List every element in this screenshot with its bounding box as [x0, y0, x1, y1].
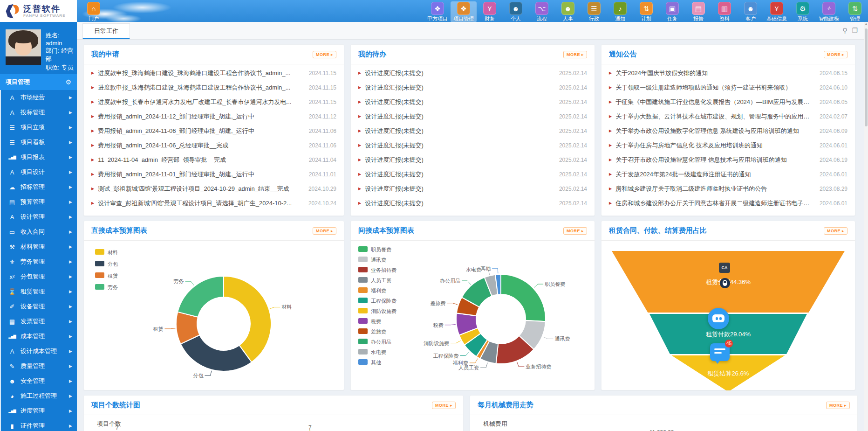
- list-item[interactable]: ▶关于领取一级注册建造师增项贴的通知（须持一建证书前来领取）2024.06.10: [609, 80, 847, 95]
- list-item[interactable]: ▶设计进度汇报(未提交)2025.02.14: [358, 80, 587, 95]
- more-button[interactable]: MORE ▸: [563, 51, 587, 58]
- sidebar-item-设计管理[interactable]: A设计管理▶: [1, 209, 77, 224]
- sidebar-item-项目报表[interactable]: ▂▅▇项目报表▶: [1, 150, 77, 165]
- sidebar-item-质量管理[interactable]: ✎质量管理▶: [1, 359, 77, 374]
- gear-icon[interactable]: ⚙: [65, 78, 71, 86]
- nav-item-系统[interactable]: ⚙系统: [790, 1, 816, 22]
- more-button[interactable]: MORE ▸: [313, 227, 336, 235]
- list-item[interactable]: ▶费用报销_admin_2024-11-12_部门经理审批_胡建,_运行中202…: [91, 109, 336, 124]
- sidebar-item-成本管理[interactable]: ▂▅▇成本管理▶: [1, 329, 77, 344]
- nav-item-智能建模[interactable]: ‹/›智能建模: [816, 1, 842, 22]
- user-name: 姓名: admin: [46, 31, 77, 47]
- nav-item-通知[interactable]: ♪通知: [607, 1, 633, 22]
- list-item[interactable]: ▶设计进度汇报(未提交)2025.02.14: [358, 138, 587, 153]
- sidebar-item-证件管理[interactable]: ▮证件管理▶: [1, 418, 77, 431]
- nav-item-财务[interactable]: ¥财务: [477, 1, 503, 22]
- list-item[interactable]: ▶于征集《中国建筑施工行业信息化发展报告（2024）—BIM应用与发展》材料..…: [609, 95, 847, 109]
- more-button[interactable]: MORE ▸: [432, 402, 456, 409]
- list-item[interactable]: ▶设计进度汇报(未提交)2025.02.14: [358, 109, 587, 124]
- qq-icon[interactable]: [720, 278, 730, 288]
- nav-item-客户[interactable]: ☻客户: [738, 1, 764, 22]
- more-button[interactable]: MORE ▸: [824, 227, 847, 235]
- list-item[interactable]: ▶关于举办住房与房地产信息化 技术及应用培训班的通知2024.06.01: [609, 138, 847, 153]
- list-item[interactable]: ▶费用报销_admin_2024-11-06_总经理审批__完成2024.11.…: [91, 138, 336, 153]
- legend-label: 材料: [108, 250, 118, 255]
- more-button[interactable]: MORE ▸: [563, 227, 587, 235]
- list-item[interactable]: ▶测试_彭祖新城'四馆'景观工程设计项目_2024-10-29_admin_结束…: [91, 181, 336, 196]
- scroll-up-arrow[interactable]: ▲: [864, 22, 868, 28]
- sidebar-item-分包管理[interactable]: x²分包管理▶: [1, 269, 77, 284]
- sidebar-item-label: 质量管理: [21, 362, 69, 370]
- list-item[interactable]: ▶11_2024-11-04_admin_经营部_领导审批__完成2024.11…: [91, 153, 336, 167]
- service-robot-button[interactable]: [708, 308, 729, 329]
- nav-item-报告[interactable]: ▤报告: [685, 1, 711, 22]
- list-item[interactable]: ▶费用报销_admin_2024-11-01_部门经理审批_胡建,_运行中202…: [91, 167, 336, 181]
- list-item[interactable]: ▶关于2024年国庆节放假安排的通知2024.06.15: [609, 66, 847, 80]
- list-item[interactable]: ▶关于发放2024年第24批一级建造师注册证书的通知2024.06.01: [609, 167, 847, 181]
- sidebar-item-安全管理[interactable]: ☻安全管理▶: [1, 374, 77, 389]
- ca-cert-widget-button[interactable]: CA: [719, 263, 730, 273]
- list-item[interactable]: ▶设计进度汇报(未提交)2025.02.14: [358, 153, 587, 167]
- panel-machine-cost-chart: 每月机械费用走势 MORE ▸ 机械费用 12,000 11,690.00: [470, 395, 858, 431]
- nav-item-人事[interactable]: ☻人事: [555, 1, 581, 22]
- sidebar-item-项目看板[interactable]: ☰项目看板▶: [1, 135, 77, 150]
- list-item[interactable]: ▶关于举办大数据、云计算技术在城市建设、规划、管理与服务中的应用培训班...20…: [609, 109, 847, 124]
- sidebar-item-预算管理[interactable]: ▤预算管理▶: [1, 195, 77, 209]
- nav-item-行政[interactable]: ☰行政: [581, 1, 607, 22]
- list-item[interactable]: ▶进度款申报_珠海鹤港口建设_珠海鹤港口建设工程合作协议书_admin_...2…: [91, 66, 336, 80]
- sidebar-item-劳务管理[interactable]: ⚜劳务管理▶: [1, 254, 77, 269]
- nav-item-流程[interactable]: ⌥流程: [529, 1, 555, 22]
- list-item-date: 2024.11.04: [309, 157, 336, 163]
- list-item[interactable]: ▶设计进度汇报(未提交)2025.02.14: [358, 66, 587, 80]
- more-button[interactable]: MORE ▸: [824, 51, 847, 58]
- more-button[interactable]: MORE ▸: [826, 402, 850, 409]
- list-item[interactable]: ▶费用报销_admin_2024-11-06_部门经理审批_胡建,_运行中202…: [91, 124, 336, 138]
- sidebar-item-租赁管理[interactable]: ⌛租赁管理▶: [1, 284, 77, 299]
- nav-item-甲方项目[interactable]: ❖甲方项目: [424, 1, 451, 22]
- sidebar-item-设计成本管理[interactable]: A设计成本管理▶: [1, 344, 77, 359]
- key-icon[interactable]: ⚲: [842, 27, 847, 34]
- layout-icon[interactable]: ❐: [852, 27, 858, 34]
- gear-icon: ⚙: [796, 2, 809, 15]
- message-count-badge: 45: [725, 340, 733, 348]
- list-item[interactable]: ▶关于举办市政公用设施数字化管理信息 系统建设与应用培训班的通知2024.06.…: [609, 124, 847, 138]
- sidebar-item-收入合同[interactable]: ▭收入合同▶: [1, 224, 77, 239]
- list-item[interactable]: ▶关于召开市政公用设施智慧化管理 信息技术与应用培训班的通知2024.06.19: [609, 153, 847, 167]
- list-item[interactable]: ▶设计进度汇报(未提交)2025.02.14: [358, 167, 587, 181]
- sidebar-item-施工过程管理[interactable]: ◕施工过程管理▶: [1, 389, 77, 403]
- nav-item-个人[interactable]: ☻个人: [503, 1, 529, 22]
- nav-item-计划[interactable]: ⇅计划: [633, 1, 659, 22]
- cart-icon: ⚒: [7, 243, 17, 250]
- tab-daily-work[interactable]: 日常工作: [82, 23, 130, 39]
- list-item-date: 2024.11.12: [309, 113, 336, 120]
- sidebar-item-label: 市场经营: [21, 93, 69, 102]
- list-item[interactable]: ▶设计进度汇报(未提交)2025.02.14: [358, 95, 587, 109]
- sidebar-item-项目立项[interactable]: ☰项目立项▶: [1, 120, 77, 135]
- nav-item-资料[interactable]: ▥资料: [711, 1, 738, 22]
- sidebar-item-市场经营[interactable]: A市场经营▶: [1, 90, 77, 105]
- nav-item-管理[interactable]: ⇅管理: [842, 1, 868, 22]
- list-item[interactable]: ▶进度款申报_长春市伊通河水力发电厂改建工程_长春市伊通河水力发电...2024…: [91, 95, 336, 109]
- nav-item-项目管理[interactable]: ❖项目管理: [451, 1, 477, 22]
- list-item[interactable]: ▶住房和城乡建设部办公厅关于同意吉林省开展二级建造师注册证书电子化试点...20…: [609, 196, 847, 210]
- list-item[interactable]: ▶设计进度汇报(未提交)2025.02.14: [358, 124, 587, 138]
- sidebar-item-发票管理[interactable]: ▤发票管理▶: [1, 314, 77, 329]
- sidebar-item-投标管理[interactable]: A投标管理▶: [1, 105, 77, 120]
- list-item[interactable]: ▶设计审查_彭祖新城'四馆'景观工程设计项目_请选择_胡广生_2024-10-2…: [91, 196, 336, 210]
- message-button[interactable]: 45: [710, 343, 730, 361]
- sidebar-item-招标管理[interactable]: ☁招标管理▶: [1, 180, 77, 195]
- list-item[interactable]: ▶设计进度汇报(未提交)2025.02.14: [358, 196, 587, 210]
- sidebar-item-项目设计[interactable]: A项目设计▶: [1, 165, 77, 180]
- nav-item-门户[interactable]: ⌂门户: [81, 1, 107, 22]
- scrollbar-thumb[interactable]: [865, 28, 868, 126]
- nav-item-任务[interactable]: ▣任务: [659, 1, 685, 22]
- more-button[interactable]: MORE ▸: [313, 51, 336, 58]
- sidebar-item-材料管理[interactable]: ⚒材料管理▶: [1, 239, 77, 254]
- nav-item-基础信息[interactable]: ¥基础信息: [764, 1, 790, 22]
- list-item[interactable]: ▶进度款申报_珠海鹤港口建设_珠海鹤港口建设工程合作协议书_admin_...2…: [91, 80, 336, 95]
- list-item[interactable]: ▶房和城乡建设厅关于取消二级建造师临时执业证书的公告2023.08.29: [609, 181, 847, 196]
- sidebar-item-进度管理[interactable]: ▂▅▇进度管理▶: [1, 403, 77, 418]
- legend-swatch: [358, 328, 368, 334]
- sidebar-item-设备管理[interactable]: ✐设备管理▶: [1, 299, 77, 314]
- list-item[interactable]: ▶设计进度汇报(未提交)2025.02.14: [358, 181, 587, 196]
